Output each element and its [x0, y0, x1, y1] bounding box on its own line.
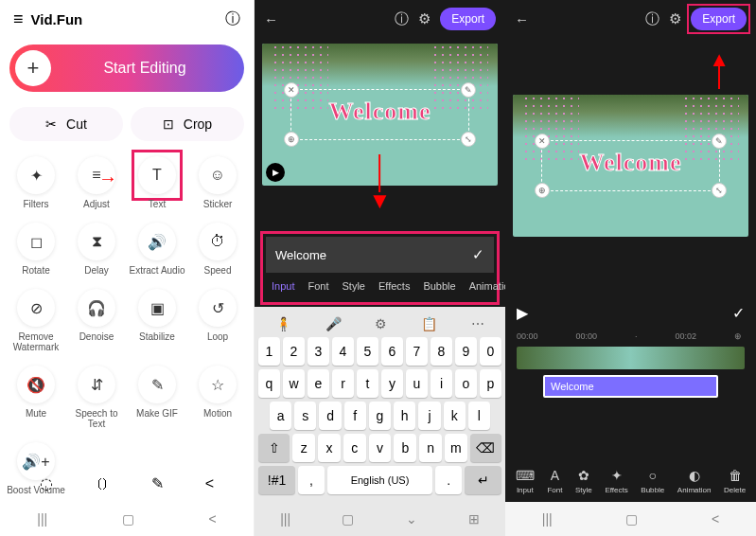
recent-apps-button[interactable]: |||: [280, 511, 290, 527]
key-m[interactable]: m: [445, 434, 467, 462]
tool-stabilize[interactable]: ▣Stabilize: [127, 283, 187, 358]
key-o[interactable]: o: [455, 369, 477, 398]
tool-animation[interactable]: ◐Animation: [677, 468, 712, 494]
key-x[interactable]: x: [318, 434, 341, 462]
confirm-check-icon[interactable]: ✓: [472, 246, 484, 263]
key-j[interactable]: j: [418, 402, 440, 430]
home-button[interactable]: ▢: [342, 511, 354, 527]
handle-copy-icon[interactable]: ⊕: [284, 132, 299, 147]
video-track[interactable]: [517, 347, 745, 369]
key-v[interactable]: v: [369, 434, 392, 462]
key-symbols[interactable]: !#1: [258, 466, 295, 494]
confirm-check-icon[interactable]: ✓: [732, 304, 745, 322]
key-backspace[interactable]: ⌫: [470, 434, 501, 462]
tool-extract-audio[interactable]: 🔊Extract Audio: [127, 217, 187, 281]
key-q[interactable]: q: [258, 369, 280, 398]
key-1[interactable]: 1: [258, 337, 280, 366]
tool-bubble[interactable]: ○Bubble: [641, 468, 664, 494]
zoom-icon[interactable]: ⊕: [734, 331, 742, 341]
handle-resize-icon[interactable]: ⤡: [712, 183, 727, 198]
tool-delay[interactable]: ⧗Delay: [66, 217, 127, 281]
key-comma[interactable]: ,: [298, 466, 325, 494]
handle-delete-icon[interactable]: ✕: [284, 82, 299, 98]
tool-speech-to-text[interactable]: ⇵Speech to Text: [66, 360, 127, 435]
magic-icon[interactable]: ✎: [151, 474, 164, 492]
tool-sticker[interactable]: ☺Sticker: [187, 151, 248, 215]
key-0[interactable]: 0: [480, 337, 501, 366]
key-n[interactable]: n: [419, 434, 442, 462]
tool-remove-watermark[interactable]: ⊘Remove Watermark: [6, 283, 66, 358]
tool-effects[interactable]: ✦Effects: [605, 468, 627, 494]
key-c[interactable]: c: [343, 434, 366, 462]
key-6[interactable]: 6: [381, 337, 403, 366]
settings-gear-icon[interactable]: ⚙: [669, 10, 681, 27]
emoji-icon[interactable]: ◌: [40, 474, 53, 492]
hamburger-icon[interactable]: ≡: [13, 9, 24, 29]
key-h[interactable]: h: [394, 402, 415, 430]
key-enter[interactable]: ↵: [465, 466, 501, 494]
tool-filters[interactable]: ✦Filters: [6, 151, 66, 215]
back-arrow-icon[interactable]: ←: [264, 11, 278, 27]
kb-settings-icon[interactable]: ⚙: [375, 316, 387, 331]
tool-input[interactable]: ⌨Input: [516, 468, 535, 494]
tool-delete[interactable]: 🗑Delete: [724, 468, 746, 494]
export-button[interactable]: Export: [440, 8, 496, 30]
back-arrow-icon[interactable]: ←: [515, 11, 529, 27]
key-u[interactable]: u: [406, 369, 428, 398]
share-icon[interactable]: <: [205, 475, 214, 492]
key-z[interactable]: z: [292, 434, 315, 462]
tool-motion[interactable]: ☆Motion: [187, 360, 248, 435]
tool-font[interactable]: AFont: [547, 468, 562, 494]
key-k[interactable]: k: [444, 402, 466, 430]
handle-resize-icon[interactable]: ⤡: [461, 132, 476, 147]
back-button[interactable]: <: [712, 511, 719, 527]
key-5[interactable]: 5: [357, 337, 378, 366]
key-3[interactable]: 3: [308, 337, 329, 366]
tool-make-gif[interactable]: ✎Make GIF: [127, 360, 187, 435]
cut-button[interactable]: ✂Cut: [9, 107, 123, 141]
key-space[interactable]: English (US): [327, 466, 432, 494]
handle-edit-icon[interactable]: ✎: [461, 82, 476, 98]
tool-text[interactable]: →TText: [127, 151, 187, 215]
key-9[interactable]: 9: [455, 337, 477, 366]
home-button[interactable]: ▢: [122, 511, 134, 527]
handle-copy-icon[interactable]: ⊕: [535, 183, 550, 198]
key-a[interactable]: a: [270, 402, 291, 430]
text-selection-box[interactable]: ✕ ✎ ⊕ ⤡: [541, 140, 720, 191]
key-shift[interactable]: ⇧: [258, 434, 290, 462]
tool-loop[interactable]: ↺Loop: [187, 283, 248, 358]
handle-delete-icon[interactable]: ✕: [535, 134, 550, 149]
tool-adjust[interactable]: ≡Adjust: [66, 151, 127, 215]
tab-effects[interactable]: Effects: [378, 280, 410, 292]
text-selection-box[interactable]: ✕ ✎ ⊕ ⤡: [290, 89, 469, 140]
key-g[interactable]: g: [369, 402, 391, 430]
settings-gear-icon[interactable]: ⚙: [418, 10, 431, 27]
text-clip[interactable]: Welcome: [543, 375, 718, 398]
tab-input[interactable]: Input: [272, 280, 294, 292]
text-input-field[interactable]: Welcome ✓: [266, 237, 494, 273]
scan-icon[interactable]: ⟮⟯: [95, 475, 110, 492]
key-r[interactable]: r: [332, 369, 354, 398]
key-l[interactable]: l: [468, 402, 490, 430]
key-w[interactable]: w: [283, 369, 305, 398]
key-i[interactable]: i: [431, 369, 452, 398]
kb-emoji-icon[interactable]: 🧍: [275, 316, 291, 331]
key-y[interactable]: y: [381, 369, 403, 398]
kb-clipboard-icon[interactable]: 📋: [421, 316, 437, 331]
tool-rotate[interactable]: ◻Rotate: [6, 217, 66, 281]
handle-edit-icon[interactable]: ✎: [712, 134, 727, 149]
tab-style[interactable]: Style: [342, 280, 364, 292]
help-icon[interactable]: ⓘ: [395, 10, 409, 28]
export-button[interactable]: Export: [691, 8, 747, 30]
key-e[interactable]: e: [308, 369, 329, 398]
back-button[interactable]: <: [208, 511, 216, 527]
help-icon[interactable]: ⓘ: [225, 9, 240, 29]
kb-mic-icon[interactable]: 🎤: [325, 316, 342, 331]
tool-denoise[interactable]: 🎧Denoise: [66, 283, 127, 358]
crop-button[interactable]: ⊡Crop: [131, 107, 244, 141]
kb-more-icon[interactable]: ⋯: [471, 316, 484, 331]
key-4[interactable]: 4: [332, 337, 354, 366]
key-s[interactable]: s: [294, 402, 316, 430]
play-button[interactable]: ▶: [517, 304, 528, 322]
key-2[interactable]: 2: [283, 337, 305, 366]
